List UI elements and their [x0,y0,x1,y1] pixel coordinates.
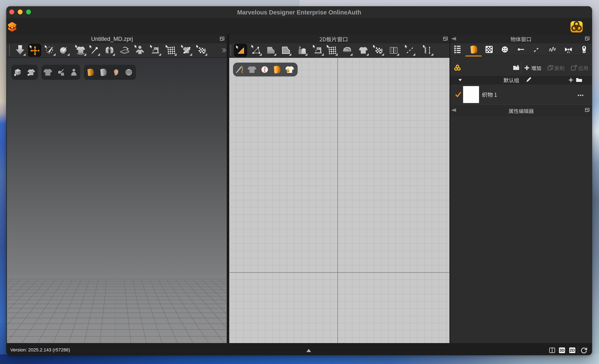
svg-text:3D: 3D [559,348,564,353]
svg-text:2D: 2D [570,348,575,353]
